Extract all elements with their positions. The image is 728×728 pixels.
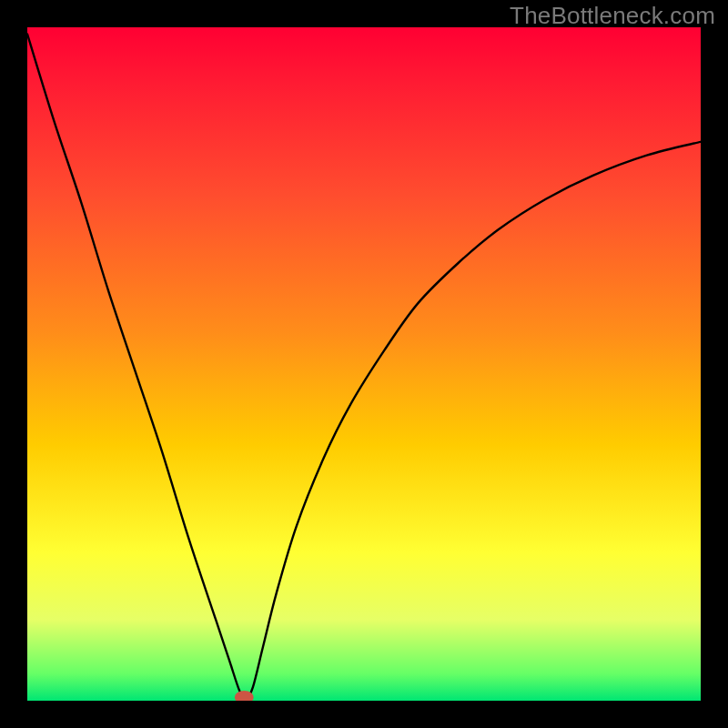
curve-left-branch — [27, 34, 247, 701]
plot-area — [27, 27, 701, 701]
watermark-text: TheBottleneck.com — [510, 2, 715, 30]
chart-svg — [27, 27, 701, 701]
curve-right-branch — [247, 142, 702, 701]
chart-frame: TheBottleneck.com — [0, 0, 728, 728]
